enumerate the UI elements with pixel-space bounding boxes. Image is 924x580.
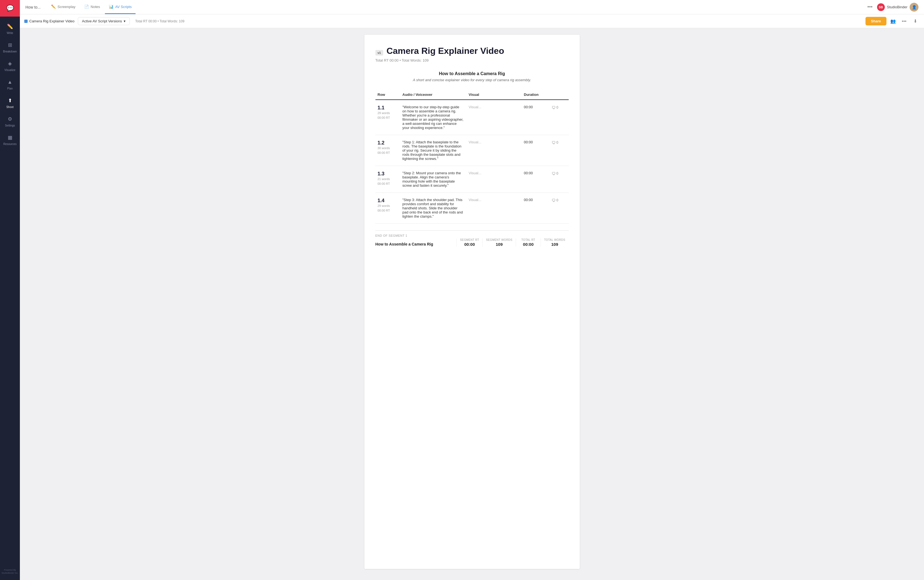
stat-total-words: TOTAL WORDS 109	[541, 238, 569, 247]
row-stats: 30 words00:00 RT	[378, 147, 390, 154]
row-number: 1.2	[378, 140, 398, 146]
sidebar-item-resources[interactable]: ▦ Resources	[0, 130, 20, 149]
topnav-right: ••• SB StudioBinder 👤	[866, 3, 919, 12]
user-avatar: 👤	[910, 3, 919, 12]
toolbar-project-name: Camera Rig Explainer Video	[29, 19, 74, 23]
comment-count: 0	[557, 171, 559, 175]
tab-screenplay[interactable]: ✏️ Screenplay	[47, 0, 79, 14]
comment-icon: 🗨	[552, 105, 556, 110]
cell-duration: 00:00	[522, 135, 549, 166]
toolbar-project: Camera Rig Explainer Video	[24, 19, 74, 23]
col-header-audio: Audio / Voiceover	[400, 90, 467, 100]
cell-comments[interactable]: 🗨 0	[549, 100, 569, 135]
stat-segment-words: SEGMENT WORDS 109	[482, 238, 516, 247]
avscripts-tab-icon: 📊	[109, 5, 113, 9]
col-header-visual: Visual	[467, 90, 522, 100]
chevron-down-icon: ▾	[124, 19, 126, 23]
sidebar-item-shoot[interactable]: ⬆ Shoot	[0, 93, 20, 112]
project-color-dot	[24, 20, 28, 23]
toolbar-download-button[interactable]: ⬇	[911, 17, 919, 26]
cell-audio[interactable]: "Welcome to our step-by-step guide on ho…	[400, 100, 467, 135]
visualize-icon: ◈	[6, 60, 14, 68]
sidebar-item-breakdown[interactable]: ⊞ Breakdown	[0, 38, 20, 56]
total-words-value: 109	[551, 242, 558, 247]
cell-audio[interactable]: "Step 1: Attach the baseplate to the rod…	[400, 135, 467, 166]
project-title: How to...	[25, 5, 41, 9]
cell-comments[interactable]: 🗨 0	[549, 193, 569, 224]
username-label: StudioBinder	[887, 5, 908, 9]
toolbar-more-button[interactable]: •••	[900, 17, 909, 26]
comment-icon: 🗨	[552, 140, 556, 145]
cell-comments[interactable]: 🗨 0	[549, 135, 569, 166]
cell-row-id: 1.1 29 words00:00 RT	[375, 100, 400, 135]
segment-footer-label: END OF SEGMENT 1	[375, 234, 569, 237]
tab-notes[interactable]: 📄 Notes	[81, 0, 104, 14]
cell-row-id: 1.2 30 words00:00 RT	[375, 135, 400, 166]
sidebar-item-settings[interactable]: ⚙ Settings	[0, 112, 20, 130]
toolbar-users-button[interactable]: 👥	[889, 17, 898, 26]
sidebar-item-visualize[interactable]: ◈ Visualize	[0, 56, 20, 75]
content-area: v1 Camera Rig Explainer Video Total RT 0…	[20, 28, 924, 580]
tab-avscripts[interactable]: 📊 AV Scripts	[105, 0, 136, 14]
version-dropdown[interactable]: Active AV Script Versions ▾	[78, 17, 130, 25]
script-meta: Total RT 00:00 • Total Words: 109	[375, 58, 569, 63]
table-row: 1.2 30 words00:00 RT "Step 1: Attach the…	[375, 135, 569, 166]
section-title: How to Assemble a Camera Rig	[375, 71, 569, 76]
screenplay-tab-icon: ✏️	[51, 5, 56, 9]
studiobinder-avatar: SB	[877, 3, 885, 11]
cell-comments[interactable]: 🗨 0	[549, 166, 569, 193]
share-button[interactable]: Share	[865, 17, 886, 25]
cell-row-id: 1.3 21 words00:00 RT	[375, 166, 400, 193]
topnav-more-button[interactable]: •••	[866, 3, 874, 11]
toolbar-stats: Total RT 00:00 • Total Words: 109	[135, 19, 184, 23]
topnav: How to... ✏️ Screenplay 📄 Notes 📊 AV Scr…	[20, 0, 924, 14]
cell-visual[interactable]: Visual...	[467, 100, 522, 135]
topnav-user[interactable]: SB StudioBinder 👤	[877, 3, 919, 12]
col-header-row: Row	[375, 90, 400, 100]
sidebar-item-label: Resources	[3, 143, 16, 145]
cell-audio[interactable]: "Step 2: Mount your camera onto the base…	[400, 166, 467, 193]
segment-rt-value: 00:00	[464, 242, 475, 247]
row-stats: 21 words00:00 RT	[378, 177, 390, 185]
stat-total-rt: TOTAL RT 00:00	[516, 238, 541, 247]
total-rt-label: TOTAL RT	[521, 238, 535, 241]
sidebar-item-write[interactable]: ✏️ Write	[0, 19, 20, 38]
breakdown-icon: ⊞	[6, 41, 14, 49]
comment-icon: 🗨	[552, 171, 556, 176]
tab-notes-label: Notes	[90, 5, 100, 9]
cell-visual[interactable]: Visual...	[467, 193, 522, 224]
segment-footer: END OF SEGMENT 1 How to Assemble a Camer…	[375, 230, 569, 247]
toolbar-right: Share 👥 ••• ⬇	[865, 17, 919, 26]
main-content: How to... ✏️ Screenplay 📄 Notes 📊 AV Scr…	[20, 0, 924, 580]
segment-footer-row: How to Assemble a Camera Rig SEGMENT RT …	[375, 238, 569, 247]
table-body: 1.1 29 words00:00 RT "Welcome to our ste…	[375, 100, 569, 224]
topnav-tabs: ✏️ Screenplay 📄 Notes 📊 AV Scripts	[47, 0, 136, 14]
write-icon: ✏️	[6, 23, 14, 30]
plan-icon: ▲	[6, 78, 14, 86]
cell-duration: 00:00	[522, 166, 549, 193]
powered-by-text: Powered ByStudioBinder Inc.	[0, 566, 20, 577]
toolbar: Camera Rig Explainer Video Active AV Scr…	[20, 14, 924, 28]
comment-count: 0	[557, 198, 559, 202]
row-number: 1.4	[378, 198, 398, 204]
cell-visual[interactable]: Visual...	[467, 166, 522, 193]
sidebar: 💬 ✏️ Write ⊞ Breakdown ◈ Visualize ▲ Pla…	[0, 0, 20, 580]
cell-audio[interactable]: "Step 3: Attach the shoulder pad. This p…	[400, 193, 467, 224]
sidebar-item-plan[interactable]: ▲ Plan	[0, 75, 20, 93]
sidebar-nav: ✏️ Write ⊞ Breakdown ◈ Visualize ▲ Plan …	[0, 16, 20, 566]
section-desc: A short and concise explainer video for …	[375, 78, 569, 82]
settings-icon: ⚙	[6, 115, 14, 123]
row-stats: 29 words00:00 RT	[378, 111, 390, 119]
row-number: 1.3	[378, 171, 398, 177]
sidebar-item-label: Write	[7, 31, 13, 35]
cell-visual[interactable]: Visual...	[467, 135, 522, 166]
row-stats: 29 words00:00 RT	[378, 204, 390, 212]
sidebar-item-label: Settings	[5, 124, 15, 127]
col-header-duration: Duration	[522, 90, 549, 100]
version-label: Active AV Script Versions	[82, 19, 122, 23]
app-logo[interactable]: 💬	[0, 0, 20, 16]
col-header-comments	[549, 90, 569, 100]
sidebar-item-label: Plan	[7, 87, 13, 90]
table-header: Row Audio / Voiceover Visual Duration	[375, 90, 569, 100]
notes-tab-icon: 📄	[84, 5, 89, 9]
